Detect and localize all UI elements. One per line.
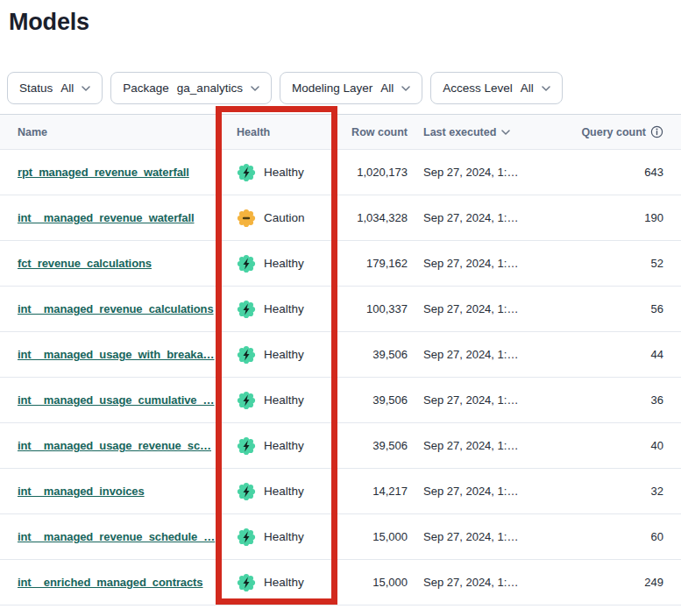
row-count-cell: 179,162	[337, 257, 412, 270]
filter-label: Access Level	[443, 81, 513, 95]
model-name-link[interactable]: int__managed_usage_cumulative_…	[18, 393, 215, 407]
models-table: Name Health Row count Last executed Quer…	[0, 114, 681, 605]
row-count-cell: 1,020,173	[337, 166, 412, 179]
health-badge-icon	[237, 391, 256, 410]
model-name-cell: int__managed_revenue_calculations	[0, 302, 216, 315]
row-count-cell: 14,217	[337, 485, 412, 498]
column-header-health: Health	[216, 126, 337, 138]
column-header-query-count-label: Query count	[581, 126, 646, 138]
health-dash-icon	[243, 216, 250, 219]
table-row: int__managed_revenue_waterfall Caution 1…	[0, 195, 681, 241]
chevron-down-icon	[82, 86, 90, 91]
health-badge-icon	[237, 527, 256, 547]
health-badge-icon	[237, 254, 256, 273]
last-executed-cell: Sep 27, 2024, 1:…	[412, 211, 561, 224]
health-cell: Healthy	[216, 163, 337, 182]
query-count-cell: 56	[561, 302, 681, 315]
health-cell: Healthy	[216, 436, 337, 456]
last-executed-cell: Sep 27, 2024, 1:…	[412, 302, 561, 315]
row-count-cell: 100,337	[337, 302, 412, 315]
model-name-link[interactable]: int__managed_invoices	[18, 485, 145, 498]
model-name-link[interactable]: int__managed_usage_with_breaka…	[18, 348, 215, 361]
health-label: Healthy	[264, 576, 304, 589]
column-header-name: Name	[0, 126, 216, 138]
model-name-link[interactable]: int__managed_revenue_schedule_…	[18, 530, 215, 543]
model-name-link[interactable]: fct_revenue_calculations	[18, 257, 152, 270]
filter-pill[interactable]: Package ga_analytics	[110, 72, 272, 104]
info-icon[interactable]	[650, 125, 663, 138]
health-label: Healthy	[264, 439, 304, 452]
filter-pill[interactable]: Modeling Layer All	[280, 72, 422, 104]
last-executed-cell: Sep 27, 2024, 1:…	[412, 348, 561, 361]
last-executed-cell: Sep 27, 2024, 1:…	[412, 257, 561, 270]
chevron-down-icon	[251, 86, 259, 91]
chevron-down-icon	[542, 86, 550, 91]
table-row: rpt_managed_revenue_waterfall Healthy 1,…	[0, 150, 681, 195]
health-label: Healthy	[264, 302, 304, 315]
health-label: Healthy	[264, 166, 304, 179]
table-row: int__managed_usage_cumulative_… Healthy …	[0, 378, 681, 423]
model-name-cell: fct_revenue_calculations	[0, 257, 216, 270]
table-body: rpt_managed_revenue_waterfall Healthy 1,…	[0, 150, 681, 605]
health-cell: Healthy	[216, 527, 337, 547]
column-header-query-count: Query count	[561, 125, 681, 138]
row-count-cell: 15,000	[337, 530, 412, 543]
health-badge-icon	[237, 345, 256, 365]
chevron-down-icon	[401, 86, 410, 91]
health-badge-icon	[237, 163, 256, 182]
model-name-link[interactable]: int__managed_revenue_calculations	[18, 302, 214, 315]
row-count-cell: 39,506	[337, 393, 412, 407]
row-count-cell: 1,034,328	[337, 211, 412, 224]
filter-pill[interactable]: Status All	[7, 72, 103, 104]
health-badge-icon	[237, 209, 256, 228]
filter-value: All	[521, 81, 534, 95]
filter-value: ga_analytics	[177, 81, 243, 95]
row-count-cell: 15,000	[337, 576, 412, 589]
model-name-link[interactable]: int__managed_revenue_waterfall	[18, 211, 194, 224]
health-badge-icon	[237, 573, 256, 592]
filter-bar: Status All Package ga_analytics Modeling…	[7, 72, 681, 104]
table-row: int__managed_usage_revenue_sc… Healthy 3…	[0, 423, 681, 469]
health-cell: Caution	[216, 209, 337, 228]
model-name-link[interactable]: int__managed_usage_revenue_sc…	[18, 439, 211, 452]
model-name-cell: int__managed_revenue_schedule_…	[0, 530, 216, 543]
last-executed-cell: Sep 27, 2024, 1:…	[412, 576, 561, 589]
health-cell: Healthy	[216, 254, 337, 273]
filter-label: Modeling Layer	[292, 81, 372, 95]
last-executed-cell: Sep 27, 2024, 1:…	[412, 393, 561, 407]
query-count-cell: 40	[561, 439, 681, 452]
row-count-cell: 39,506	[337, 439, 412, 452]
filter-value: All	[60, 81, 74, 95]
table-row: int__managed_invoices Healthy 14,217 Sep…	[0, 469, 681, 514]
filter-value: All	[380, 81, 394, 95]
health-cell: Healthy	[216, 345, 337, 365]
model-name-cell: rpt_managed_revenue_waterfall	[0, 166, 216, 179]
health-badge-icon	[237, 300, 256, 319]
health-label: Healthy	[264, 257, 304, 270]
table-row: int__enriched_managed_contracts Healthy …	[0, 560, 681, 605]
health-label: Healthy	[264, 530, 304, 543]
table-row: int__managed_revenue_schedule_… Healthy …	[0, 514, 681, 560]
health-cell: Healthy	[216, 391, 337, 410]
filter-pill[interactable]: Access Level All	[430, 72, 563, 104]
health-badge-icon	[237, 482, 256, 501]
model-name-cell: int__enriched_managed_contracts	[0, 576, 216, 589]
query-count-cell: 249	[561, 576, 681, 589]
query-count-cell: 32	[561, 485, 681, 498]
column-header-last-executed-label: Last executed	[423, 126, 496, 138]
last-executed-cell: Sep 27, 2024, 1:…	[412, 166, 561, 179]
row-count-cell: 39,506	[337, 348, 412, 361]
filter-label: Status	[19, 81, 53, 95]
query-count-cell: 60	[561, 530, 681, 543]
model-name-link[interactable]: rpt_managed_revenue_waterfall	[18, 166, 189, 179]
model-name-link[interactable]: int__enriched_managed_contracts	[18, 576, 202, 589]
table-row: int__managed_usage_with_breaka… Healthy …	[0, 332, 681, 378]
column-header-last-executed[interactable]: Last executed	[412, 126, 561, 138]
health-label: Healthy	[264, 348, 304, 361]
last-executed-cell: Sep 27, 2024, 1:…	[412, 485, 561, 498]
last-executed-cell: Sep 27, 2024, 1:…	[412, 530, 561, 543]
health-label: Caution	[264, 211, 305, 224]
health-cell: Healthy	[216, 573, 337, 592]
filter-label: Package	[123, 81, 169, 95]
model-name-cell: int__managed_usage_cumulative_…	[0, 393, 216, 407]
